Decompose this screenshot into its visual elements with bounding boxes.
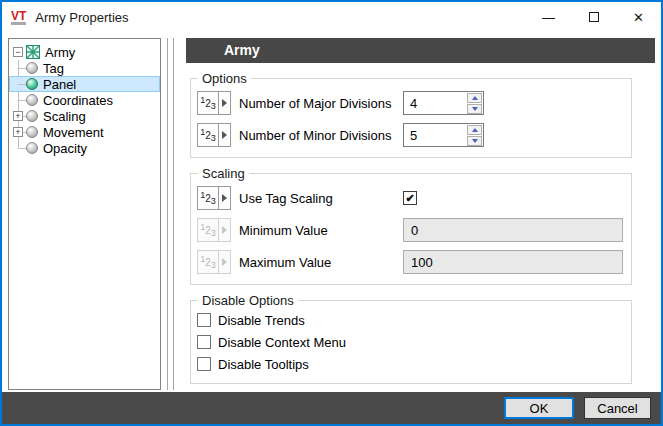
field-label: Number of Major Divisions xyxy=(239,96,403,111)
cancel-button[interactable]: Cancel xyxy=(584,397,651,419)
expr-arrow-icon xyxy=(219,124,230,146)
tree-item-label: Coordinates xyxy=(43,93,113,108)
numeric-constant-icon: 123 xyxy=(198,219,219,241)
sphere-icon xyxy=(26,78,38,90)
disable-context-menu-checkbox[interactable] xyxy=(197,335,211,349)
maximize-icon xyxy=(589,12,599,22)
collapse-expander-icon[interactable]: − xyxy=(13,47,23,57)
spinner-value[interactable]: 4 xyxy=(404,92,467,114)
disable-tooltips-row: Disable Tooltips xyxy=(197,357,625,371)
spin-down-icon xyxy=(472,107,478,111)
minimum-value-row: 123 Minimum Value 0 xyxy=(197,218,625,242)
minimum-value-field: 0 xyxy=(403,218,623,242)
window-title: Army Properties xyxy=(35,10,128,25)
field-label: Use Tag Scaling xyxy=(239,191,403,206)
numeric-constant-icon: 123 xyxy=(198,92,219,114)
expression-toggle-button[interactable]: 123 xyxy=(197,186,231,210)
minimize-button[interactable]: — xyxy=(526,2,571,32)
minor-divisions-spinner[interactable]: 5 xyxy=(403,123,484,147)
field-label: Number of Minor Divisions xyxy=(239,128,403,143)
disable-trends-checkbox[interactable] xyxy=(197,313,211,327)
tree-item-label: Movement xyxy=(43,125,104,140)
sphere-icon xyxy=(26,94,38,106)
field-label: Maximum Value xyxy=(239,255,403,270)
group-title: Scaling xyxy=(198,166,249,181)
vt-app-icon: VT xyxy=(11,10,26,25)
use-tag-scaling-checkbox[interactable]: ✔ xyxy=(403,191,417,205)
tree-item-scaling[interactable]: + Scaling xyxy=(9,108,160,124)
close-button[interactable]: ✕ xyxy=(616,2,661,32)
close-icon: ✕ xyxy=(633,10,644,25)
tree-connector xyxy=(18,100,26,101)
expression-toggle-button[interactable]: 123 xyxy=(197,123,231,147)
expression-toggle-button[interactable]: 123 xyxy=(197,91,231,115)
group-title: Options xyxy=(198,71,251,86)
spin-up-button[interactable] xyxy=(467,125,482,135)
expand-expander-icon[interactable]: + xyxy=(13,111,23,121)
sphere-icon xyxy=(26,110,38,122)
property-tree: − Army Tag Panel Coordinates + S xyxy=(8,38,161,390)
tree-item-coordinates[interactable]: Coordinates xyxy=(9,92,160,108)
spin-up-button[interactable] xyxy=(467,93,482,103)
checkbox-label: Disable Context Menu xyxy=(218,335,346,350)
tree-item-label: Panel xyxy=(43,77,76,92)
expr-arrow-icon xyxy=(219,92,230,114)
tree-item-label: Army xyxy=(45,45,75,60)
use-tag-scaling-row: 123 Use Tag Scaling ✔ xyxy=(197,186,625,210)
major-divisions-row: 123 Number of Major Divisions 4 xyxy=(197,91,625,115)
disable-context-menu-row: Disable Context Menu xyxy=(197,335,625,349)
field-label: Minimum Value xyxy=(239,223,403,238)
panel-title: Army xyxy=(224,42,260,58)
disable-tooltips-checkbox[interactable] xyxy=(197,357,211,371)
army-grid-icon xyxy=(26,45,40,59)
panel-splitter[interactable] xyxy=(167,38,174,390)
disable-options-group: Disable Options Disable Trends Disable C… xyxy=(190,300,632,384)
expr-arrow-icon xyxy=(219,187,230,209)
maximum-value-row: 123 Maximum Value 100 xyxy=(197,250,625,274)
sphere-icon xyxy=(26,126,38,138)
spin-down-button[interactable] xyxy=(467,136,482,146)
army-properties-dialog: VT Army Properties — ✕ − Army xyxy=(0,0,663,426)
disable-trends-row: Disable Trends xyxy=(197,313,625,327)
expr-arrow-icon xyxy=(219,219,230,241)
title-bar: VT Army Properties — ✕ xyxy=(2,2,661,32)
properties-panel: Army Options 123 Number of Major Divisio… xyxy=(186,38,655,392)
window-controls: — ✕ xyxy=(526,2,661,32)
spin-up-icon xyxy=(472,128,478,132)
panel-header: Army xyxy=(186,38,655,63)
checkbox-label: Disable Trends xyxy=(218,313,305,328)
spin-down-button[interactable] xyxy=(467,104,482,114)
numeric-constant-icon: 123 xyxy=(198,124,219,146)
maximize-button[interactable] xyxy=(571,2,616,32)
expr-arrow-icon xyxy=(219,251,230,273)
spin-down-icon xyxy=(472,139,478,143)
expand-expander-icon[interactable]: + xyxy=(13,127,23,137)
tree-item-label: Scaling xyxy=(43,109,86,124)
options-group: Options 123 Number of Major Divisions 4 xyxy=(190,78,632,158)
ok-button[interactable]: OK xyxy=(504,397,574,419)
major-divisions-spinner[interactable]: 4 xyxy=(403,91,484,115)
numeric-constant-icon: 123 xyxy=(198,187,219,209)
checkbox-label: Disable Tooltips xyxy=(218,357,309,372)
group-title: Disable Options xyxy=(198,293,298,308)
tree-item-movement[interactable]: + Movement xyxy=(9,124,160,140)
minor-divisions-row: 123 Number of Minor Divisions 5 xyxy=(197,123,625,147)
sphere-icon xyxy=(26,62,38,74)
scaling-group: Scaling 123 Use Tag Scaling ✔ 123 Minimu… xyxy=(190,173,632,285)
tree-item-panel[interactable]: Panel xyxy=(9,76,160,92)
numeric-constant-icon: 123 xyxy=(198,251,219,273)
check-icon: ✔ xyxy=(405,192,414,204)
tree-item-army[interactable]: − Army xyxy=(9,44,160,60)
tree-item-label: Tag xyxy=(43,61,64,76)
tree-connector xyxy=(18,84,26,85)
maximum-value-field: 100 xyxy=(403,250,623,274)
tree-connector xyxy=(18,68,26,69)
minimize-icon: — xyxy=(542,10,555,25)
expression-toggle-button-disabled: 123 xyxy=(197,218,231,242)
tree-item-tag[interactable]: Tag xyxy=(9,60,160,76)
spin-up-icon xyxy=(472,96,478,100)
expression-toggle-button-disabled: 123 xyxy=(197,250,231,274)
spinner-value[interactable]: 5 xyxy=(404,124,467,146)
tree-connector xyxy=(18,148,26,149)
tree-item-opacity[interactable]: Opacity xyxy=(9,140,160,156)
